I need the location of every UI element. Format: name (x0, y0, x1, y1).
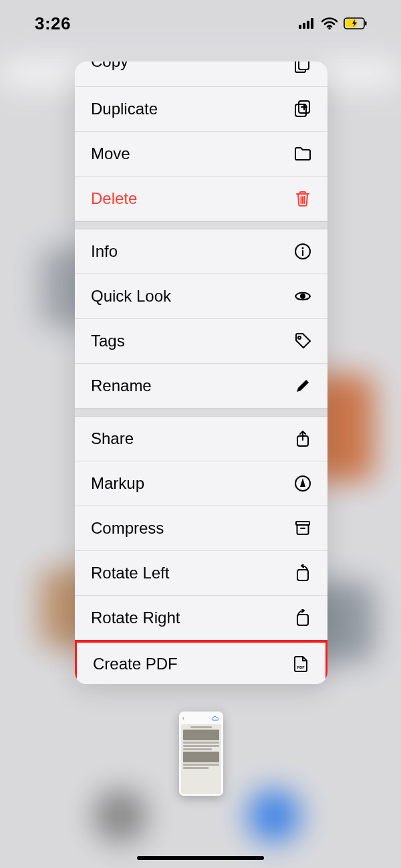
status-icons (298, 17, 368, 30)
menu-item-label: Quick Look (91, 287, 171, 306)
menu-item-label: Rename (91, 376, 152, 395)
svg-rect-0 (299, 25, 301, 29)
svg-rect-6 (365, 21, 367, 25)
status-time: 3:26 (35, 13, 71, 34)
menu-item-info[interactable]: Info (75, 229, 327, 274)
menu-item-label: Copy (91, 62, 128, 71)
svg-point-4 (328, 27, 330, 29)
battery-charging-icon (344, 17, 368, 29)
menu-item-label: Rotate Left (91, 564, 169, 582)
wifi-icon (321, 17, 338, 30)
menu-item-move[interactable]: Move (75, 132, 327, 177)
menu-item-rename[interactable]: Rename (75, 364, 327, 409)
markup-icon (291, 475, 311, 492)
menu-item-rotate-left[interactable]: Rotate Left (75, 551, 327, 596)
menu-item-copy[interactable]: Copy (75, 62, 327, 87)
menu-item-label: Share (91, 429, 134, 448)
menu-item-duplicate[interactable]: Duplicate (75, 87, 327, 132)
rotate-left-icon (291, 564, 311, 582)
menu-item-label: Tags (91, 332, 125, 350)
eye-icon (291, 288, 311, 305)
tag-icon (291, 332, 311, 350)
trash-icon (291, 190, 311, 207)
info-icon (291, 243, 311, 260)
status-bar: 3:26 (0, 0, 401, 47)
context-menu: CopyDuplicateMoveDeleteInfoQuick LookTag… (75, 62, 327, 684)
home-indicator (137, 856, 264, 860)
menu-group-separator (75, 221, 327, 229)
cloud-icon (211, 715, 220, 722)
duplicate-icon (291, 100, 311, 118)
rotate-right-icon (291, 609, 311, 627)
menu-item-quicklook[interactable]: Quick Look (75, 274, 327, 319)
svg-rect-1 (303, 23, 305, 29)
svg-rect-2 (307, 21, 309, 29)
pencil-icon (291, 377, 311, 395)
menu-item-share[interactable]: Share (75, 417, 327, 461)
menu-group-separator (75, 409, 327, 417)
menu-item-label: Move (91, 144, 130, 163)
archive-icon (291, 520, 311, 537)
menu-item-label: Markup (91, 474, 144, 493)
pdf-icon (289, 655, 309, 673)
menu-item-label: Info (91, 242, 118, 261)
menu-item-markup[interactable]: Markup (75, 461, 327, 506)
share-icon (291, 430, 311, 447)
menu-item-tags[interactable]: Tags (75, 319, 327, 364)
document-thumbnail (181, 724, 221, 794)
copy-icon (291, 62, 311, 74)
menu-item-label: Rotate Right (91, 609, 180, 627)
cellular-signal-icon (298, 17, 315, 29)
folder-icon (291, 145, 311, 162)
file-preview-thumbnail[interactable]: ‹ (179, 712, 223, 796)
menu-item-compress[interactable]: Compress (75, 506, 327, 551)
menu-item-create-pdf[interactable]: Create PDF (75, 640, 327, 684)
menu-item-delete[interactable]: Delete (75, 177, 327, 221)
menu-item-label: Duplicate (91, 100, 158, 118)
menu-item-label: Delete (91, 189, 137, 208)
menu-item-rotate-right[interactable]: Rotate Right (75, 596, 327, 641)
menu-item-label: Create PDF (93, 655, 178, 673)
menu-item-label: Compress (91, 519, 164, 538)
svg-rect-3 (311, 18, 313, 29)
chevron-left-icon: ‹ (182, 715, 184, 722)
